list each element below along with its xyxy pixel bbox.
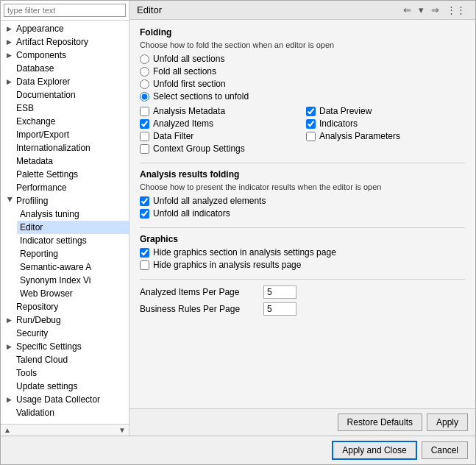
- field-input-analyzed-items[interactable]: [263, 285, 296, 299]
- expand-arrow: ▶: [7, 78, 14, 85]
- sidebar-item-label: ESB: [16, 103, 34, 113]
- sidebar-item-indicator-settings[interactable]: Indicator settings: [17, 234, 129, 247]
- page-title: Editor: [137, 4, 162, 15]
- apply-and-close-button[interactable]: Apply and Close: [332, 441, 416, 460]
- sidebar-item-repository[interactable]: ▶ Repository: [1, 300, 129, 313]
- analysis-results-section: Analysis results folding Choose how to p…: [140, 169, 465, 219]
- radio-item-select-sections: Select sections to unfold: [140, 91, 465, 102]
- cancel-button[interactable]: Cancel: [422, 441, 468, 459]
- checkbox-unfold-indicators[interactable]: [140, 209, 149, 219]
- scroll-arrows: ▲ ▼: [1, 424, 129, 436]
- sidebar-item-internationalization[interactable]: ▶ Internationalization: [1, 141, 129, 155]
- sidebar-item-performance[interactable]: ▶ Performance: [1, 181, 129, 194]
- sidebar-item-specific-settings[interactable]: ▶ Specific Settings: [1, 340, 129, 353]
- expand-arrow: ▶: [7, 316, 14, 324]
- sidebar-item-label: Import/Export: [16, 129, 69, 140]
- checkbox-indicators[interactable]: [306, 119, 316, 129]
- sidebar-item-label: Web Browser: [20, 288, 73, 299]
- sidebar-item-label: Synonym Index Vi: [20, 275, 91, 285]
- sidebar-item-web-browser[interactable]: Web Browser: [17, 287, 129, 300]
- checkbox-item-data-filter: Data Filter: [140, 131, 299, 141]
- checkbox-data-filter[interactable]: [140, 132, 149, 141]
- checkbox-hide-graphics-settings[interactable]: [140, 248, 149, 258]
- folding-section: Folding Choose how to fold the section w…: [140, 27, 465, 154]
- checkbox-analysis-parameters[interactable]: [306, 132, 316, 141]
- field-row-business-rules: Business Rules Per Page: [140, 302, 465, 316]
- sidebar-item-label: Run/Debug: [16, 315, 61, 325]
- field-row-analyzed-items: Analyzed Items Per Page: [140, 285, 465, 299]
- analysis-results-subtitle: Choose how to present the indicator resu…: [140, 182, 465, 191]
- divider-3: [140, 279, 465, 280]
- expand-arrow: ▶: [7, 38, 14, 46]
- radio-select-sections[interactable]: [140, 92, 149, 102]
- checkbox-item-analyzed-items: Analyzed Items: [140, 118, 299, 129]
- checkbox-label-analysis-metadata: Analysis Metadata: [153, 106, 225, 116]
- graphics-section: Graphics Hide graphics section in analys…: [140, 234, 465, 270]
- field-input-business-rules[interactable]: [263, 302, 296, 316]
- sidebar-item-appearance[interactable]: ▶ Appearance: [1, 22, 129, 35]
- checkbox-analysis-metadata[interactable]: [140, 107, 149, 116]
- checkbox-context-group[interactable]: [140, 144, 149, 154]
- radio-unfold-all[interactable]: [140, 54, 149, 64]
- sidebar-item-label: Semantic-aware A: [20, 262, 91, 272]
- scroll-up-button[interactable]: ▲: [4, 426, 11, 434]
- sidebar-item-label: Update settings: [16, 381, 77, 391]
- sidebar-item-update-settings[interactable]: ▶ Update settings: [1, 380, 129, 393]
- sidebar-item-reporting[interactable]: Reporting: [17, 247, 129, 260]
- sidebar-item-label: Specific Settings: [16, 341, 82, 352]
- sidebar-item-database[interactable]: ▶ Database: [1, 62, 129, 75]
- header-icons: ⇐ ▾ ⇒ ⋮⋮: [401, 4, 468, 16]
- sidebar-item-label: Usage Data Collector: [16, 394, 100, 405]
- sidebar-item-tools[interactable]: ▶ Tools: [1, 366, 129, 380]
- scroll-down-button[interactable]: ▼: [118, 426, 126, 434]
- sidebar-item-synonym-index[interactable]: Synonym Index Vi: [17, 274, 129, 287]
- dialog-body: ▶ Appearance ▶ Artifact Repository ▶ Com…: [1, 1, 475, 436]
- restore-defaults-button[interactable]: Restore Defaults: [338, 413, 422, 431]
- sidebar-item-documentation[interactable]: ▶ Documentation: [1, 88, 129, 102]
- sidebar-item-components[interactable]: ▶ Components: [1, 49, 129, 62]
- sidebar-item-profiling[interactable]: ▶ Profiling: [1, 194, 129, 207]
- radio-fold-all[interactable]: [140, 67, 149, 77]
- apply-button[interactable]: Apply: [427, 413, 468, 431]
- more-button[interactable]: ⋮⋮: [444, 4, 468, 16]
- sidebar-item-label: Analysis tuning: [20, 209, 79, 219]
- checkbox-item-indicators: Indicators: [306, 118, 465, 129]
- sidebar-item-analysis-tuning[interactable]: Analysis tuning: [17, 207, 129, 221]
- filter-input[interactable]: [4, 4, 126, 17]
- sidebar-item-talend-cloud[interactable]: ▶ Talend Cloud: [1, 353, 129, 366]
- checkbox-label-data-filter: Data Filter: [153, 131, 193, 141]
- checkbox-item-analysis-parameters: Analysis Parameters: [306, 131, 465, 141]
- radio-unfold-first[interactable]: [140, 79, 149, 89]
- sidebar-item-esb[interactable]: ▶ ESB: [1, 102, 129, 115]
- sidebar-item-security[interactable]: ▶ Security: [1, 327, 129, 340]
- right-content: Folding Choose how to fold the section w…: [129, 20, 475, 408]
- sidebar-item-semantic-aware[interactable]: Semantic-aware A: [17, 260, 129, 274]
- sidebar-item-exchange[interactable]: ▶ Exchange: [1, 115, 129, 128]
- profiling-children: Analysis tuning Editor Indicator setting…: [1, 207, 129, 300]
- sidebar-item-usage-data-collector[interactable]: ▶ Usage Data Collector: [1, 393, 129, 406]
- sidebar-item-import-export[interactable]: ▶ Import/Export: [1, 128, 129, 141]
- sidebar-item-artifact-repository[interactable]: ▶ Artifact Repository: [1, 35, 129, 49]
- expand-arrow: ▶: [7, 52, 14, 59]
- checkbox-item-data-preview: Data Preview: [306, 106, 465, 116]
- sidebar-item-label: Performance: [16, 182, 67, 193]
- sidebar-item-run-debug[interactable]: ▶ Run/Debug: [1, 313, 129, 327]
- sidebar-item-data-explorer[interactable]: ▶ Data Explorer: [1, 75, 129, 88]
- checkbox-unfold-analyzed[interactable]: [140, 196, 149, 206]
- checkbox-label-analysis-parameters: Analysis Parameters: [319, 131, 400, 141]
- folding-checkboxes: Analysis Metadata Data Preview Analyzed …: [140, 106, 465, 154]
- back-button[interactable]: ⇐: [401, 4, 413, 16]
- radio-item-unfold-all: Unfold all sections: [140, 54, 465, 64]
- checkbox-hide-graphics-results[interactable]: [140, 260, 149, 270]
- sidebar-item-palette-settings[interactable]: ▶ Palette Settings: [1, 168, 129, 181]
- checkbox-analyzed-items[interactable]: [140, 119, 149, 129]
- sidebar-item-validation[interactable]: ▶ Validation: [1, 406, 129, 419]
- dropdown-button[interactable]: ▾: [416, 4, 426, 16]
- forward-button[interactable]: ⇒: [429, 4, 441, 16]
- fields-section: Analyzed Items Per Page Business Rules P…: [140, 285, 465, 316]
- checkbox-data-preview[interactable]: [306, 107, 316, 116]
- graphics-title: Graphics: [140, 234, 465, 244]
- sidebar-item-label: Palette Settings: [16, 169, 78, 180]
- sidebar-item-editor[interactable]: Editor: [17, 221, 129, 234]
- sidebar-item-metadata[interactable]: ▶ Metadata: [1, 155, 129, 168]
